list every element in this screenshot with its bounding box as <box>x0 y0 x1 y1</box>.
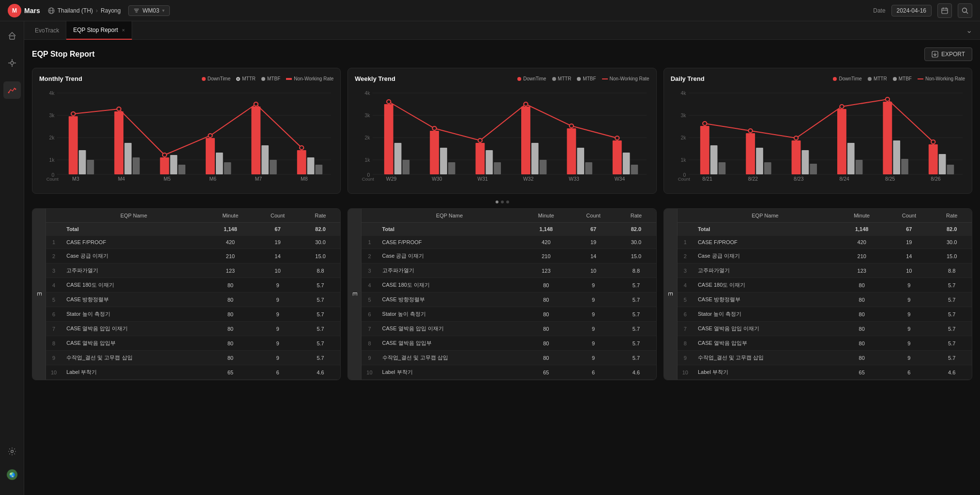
svg-rect-34 <box>79 150 86 174</box>
sidebar-item-home[interactable] <box>3 27 21 45</box>
row-rate: 30.0 <box>932 236 972 249</box>
row-num: 7 <box>46 322 61 336</box>
dot-1[interactable] <box>496 201 498 203</box>
dot-2[interactable] <box>501 201 504 203</box>
export-button[interactable]: EXPORT <box>924 47 972 61</box>
svg-rect-33 <box>69 116 78 174</box>
weekly-trend-panel: Weekly Trend DownTime MTTR <box>347 68 656 194</box>
svg-rect-80 <box>476 143 485 174</box>
row-eqp-name: Case 공급 이재기 <box>377 249 522 263</box>
breadcrumb: Thailand (TH) › Rayong <box>48 7 121 14</box>
row-num: 7 <box>362 322 377 336</box>
dot-3[interactable] <box>506 201 509 203</box>
sidebar-item-settings[interactable] <box>3 443 21 460</box>
row-eqp-name: CASE 180도 이재기 <box>377 278 522 293</box>
row-rate: 8.8 <box>301 263 341 278</box>
col-eqp-name-3: EQP Name <box>693 209 837 223</box>
sidebar-bottom: 🌏 <box>3 443 21 489</box>
row-minute: 420 <box>206 236 255 249</box>
row-rate: 5.7 <box>932 336 972 351</box>
search-button[interactable] <box>958 3 972 18</box>
legend-mtbf: MTBF <box>261 76 280 81</box>
table-wrap-1: EQP Name Minute Count Rate Total 1,148 6… <box>46 209 340 380</box>
svg-rect-75 <box>394 143 402 174</box>
sidebar-item-user[interactable]: 🌏 <box>3 466 21 483</box>
calendar-button[interactable] <box>937 3 952 18</box>
row-count: 9 <box>571 307 616 322</box>
row-eqp-name: Case 공급 이재기 <box>693 249 837 263</box>
row-num: 9 <box>362 351 377 365</box>
legend-nwr-d: Non-Working Rate <box>918 76 965 81</box>
row-count: 14 <box>886 249 932 263</box>
row-minute: 65 <box>837 365 886 380</box>
legend-nwr-w: Non-Working Rate <box>602 76 649 81</box>
tabs-bar: EvoTrack EQP Stop Report × ⌄ <box>24 21 980 40</box>
svg-point-133 <box>703 122 707 125</box>
eqp-table-1: EQP Name Minute Count Rate Total 1,148 6… <box>46 209 340 380</box>
row-eqp-name: 고주파가열기 <box>693 263 837 278</box>
row-minute: 420 <box>522 236 571 249</box>
svg-text:8/21: 8/21 <box>702 176 712 182</box>
svg-rect-43 <box>216 153 223 174</box>
monthly-trend-title: Monthly Trend <box>39 75 82 82</box>
row-eqp-name: Label 부착기 <box>377 365 522 380</box>
row-rate: 4.6 <box>616 365 656 380</box>
svg-text:Count: Count <box>46 177 59 182</box>
svg-text:8/23: 8/23 <box>794 176 804 182</box>
svg-text:M4: M4 <box>118 176 125 182</box>
row-rate: 8.8 <box>616 263 656 278</box>
row-count: 9 <box>886 351 932 365</box>
table-row: 3 고주파가열기 123 10 8.8 <box>46 263 340 278</box>
row-count: 9 <box>886 278 932 293</box>
sidebar-item-analytics[interactable] <box>3 81 21 99</box>
main-content: EvoTrack EQP Stop Report × ⌄ EQP Stop Re… <box>24 21 980 495</box>
tab-evotrack[interactable]: EvoTrack <box>28 21 66 40</box>
row-rate: 5.7 <box>301 351 341 365</box>
tab-expand-button[interactable]: ⌄ <box>962 26 976 35</box>
svg-point-51 <box>71 112 75 116</box>
row-num: 3 <box>362 263 377 278</box>
table-row: 8 CASE 열박음 압입부 80 9 5.7 <box>362 336 656 351</box>
wm-label: WM03 <box>142 7 159 14</box>
svg-rect-132 <box>947 165 954 174</box>
row-num: 4 <box>46 278 61 293</box>
row-rate: 15.0 <box>932 249 972 263</box>
home-icon <box>8 31 16 40</box>
table-row: 8 CASE 열박음 압입부 80 9 5.7 <box>678 336 972 351</box>
tab-close-button[interactable]: × <box>122 27 125 33</box>
table-row: 3 고주파가열기 123 10 8.8 <box>678 263 972 278</box>
svg-rect-39 <box>160 157 169 174</box>
table-wrap-2: EQP Name Minute Count Rate Total 1,148 6… <box>362 209 656 380</box>
svg-rect-84 <box>531 143 539 174</box>
weekly-trend-header: Weekly Trend DownTime MTTR <box>355 75 649 82</box>
row-eqp-name: Label 부착기 <box>693 365 837 380</box>
eqp-table-3: EQP Name Minute Count Rate Total 1,148 6… <box>678 209 972 380</box>
wm-chevron: ▾ <box>162 8 165 13</box>
weekly-legend: DownTime MTTR MTBF <box>517 76 649 81</box>
row-count: 9 <box>886 336 932 351</box>
row-eqp-name: 고주파가열기 <box>377 263 522 278</box>
tab-eqp-stop-report[interactable]: EQP Stop Report × <box>66 21 132 40</box>
monthly-trend-panel: Monthly Trend DownTime MTTR <box>32 68 341 194</box>
svg-rect-50 <box>316 165 323 174</box>
date-value: 2024-04-16 <box>891 5 932 16</box>
row-num: 2 <box>678 249 693 263</box>
weekly-chart: 4k 3k 2k 1k 0 <box>355 87 649 182</box>
svg-rect-79 <box>448 162 455 174</box>
eqp-table-2: EQP Name Minute Count Rate Total 1,148 6… <box>362 209 656 380</box>
svg-rect-117 <box>718 162 725 174</box>
svg-rect-6 <box>942 8 948 14</box>
legend-non-working: Non-Working Rate <box>286 76 333 81</box>
svg-rect-40 <box>170 155 178 174</box>
daily-chart-svg: 4k 3k 2k 1k 0 <box>671 87 965 182</box>
legend-downtime: DownTime <box>202 76 230 81</box>
row-eqp-name: Total <box>377 223 522 236</box>
wm-badge[interactable]: WM03 ▾ <box>128 5 170 16</box>
row-num: 4 <box>678 278 693 293</box>
table-row: 7 CASE 열박음 압입 이재기 80 9 5.7 <box>362 322 656 336</box>
daily-legend: DownTime MTTR MTBF <box>833 76 965 81</box>
row-eqp-name: CASE 열박음 압입 이재기 <box>61 322 206 336</box>
row-num: 1 <box>678 236 693 249</box>
svg-rect-127 <box>883 102 892 174</box>
sidebar-item-tools[interactable] <box>3 54 21 72</box>
